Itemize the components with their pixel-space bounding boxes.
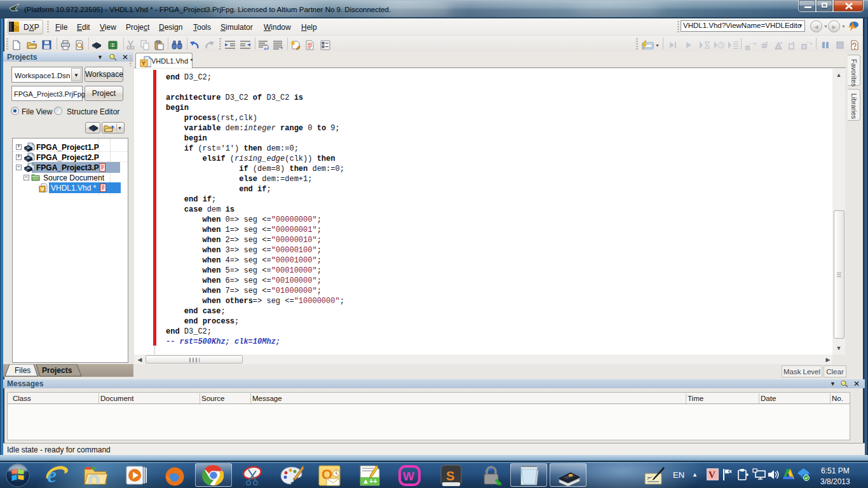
svg-text:W: W	[403, 470, 414, 483]
svg-text:S: S	[446, 469, 454, 483]
svg-text:V: V	[709, 470, 715, 480]
svg-text:▲++: ▲++	[362, 477, 377, 485]
